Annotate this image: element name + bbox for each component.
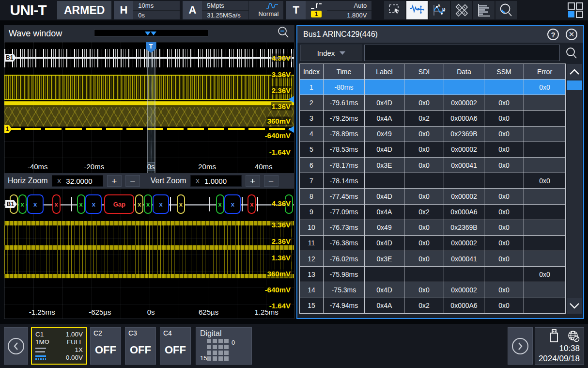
measure-rulers-icon[interactable] [451, 1, 472, 19]
table-row[interactable]: 14-75.3ms0x4D0x00x000020x0 [299, 282, 566, 298]
table-cell: -79.25ms [324, 110, 365, 126]
horizontal-settings[interactable]: H 10ms 0s [114, 1, 180, 19]
time-tick-label: -1.25ms [29, 308, 55, 316]
table-cell: 5 [299, 142, 324, 158]
decode-bubble: x [135, 194, 143, 214]
table-cell: 11 [299, 235, 324, 251]
table-cell: 0x4D [365, 235, 404, 251]
horiz-zoom-label: Horiz Zoom [8, 176, 48, 185]
window-grid-icon[interactable] [566, 1, 585, 19]
bus-panel-titlebar: Bus1 ARINC429(446) ? ✕ [297, 26, 583, 43]
scrollbar-track[interactable] [567, 91, 582, 298]
wave-position-bar[interactable] [94, 29, 208, 37]
acquire-settings[interactable]: A 5Mpts 31.25MSa/s Normal [183, 1, 283, 19]
table-cell: 0x2369B [444, 126, 484, 142]
channel3-box[interactable]: C3 OFF [125, 327, 156, 365]
filter-selected-value: Index [317, 49, 335, 57]
table-row[interactable]: 10-76.73ms0x490x00x2369B0x0 [299, 220, 566, 236]
rising-edge-icon [311, 3, 322, 10]
table-cell: 0x0 [404, 188, 444, 204]
table-row[interactable]: 15-74.94ms0x4A0x20x000A60x0 [299, 298, 566, 314]
vert-zoom-in-button[interactable]: + [246, 175, 260, 187]
horizontal-offset-value: 0s [133, 10, 180, 19]
table-cell: 0x0 [484, 298, 524, 314]
select-region-icon[interactable] [384, 1, 405, 19]
table-cell: -78.89ms [324, 126, 365, 142]
table-cell: 0x0 [524, 173, 566, 189]
scroll-up-button[interactable] [567, 64, 582, 80]
table-row[interactable]: 7-78.14ms0x0 [299, 173, 566, 189]
table-cell [444, 173, 484, 189]
table-cell: 0x0 [404, 157, 444, 173]
decode-bubble: x [77, 194, 85, 214]
horiz-zoom-in-button[interactable]: + [107, 175, 122, 187]
vert-zoom-out-button[interactable]: − [264, 175, 279, 187]
help-icon[interactable]: ? [547, 29, 559, 40]
table-row[interactable]: 4-78.89ms0x490x00x2369B0x0 [299, 127, 566, 142]
trigger-settings[interactable]: T 1 Auto 1.800V [286, 1, 371, 19]
scroll-down-button[interactable] [567, 298, 582, 314]
channel1-scale: 1.00V [66, 331, 83, 338]
scrollbar-thumb[interactable] [567, 80, 582, 90]
zoom-waveform-plot[interactable]: B1xxxxxxGapxxxxxxxx 4.36V3.36V2.36V1.36V… [4, 188, 294, 319]
table-row[interactable]: 5-78.53ms0x4D0x00x000020x0 [299, 142, 566, 158]
table-row[interactable]: 8-77.45ms0x4D0x00x000020x0 [299, 189, 566, 204]
voltage-tick-label: -640mV [264, 286, 292, 294]
channels-next-button[interactable] [508, 327, 533, 365]
channel1-impedance: 1MΩ [35, 338, 49, 346]
table-cell: 0x0 [404, 282, 444, 298]
time-tick-label: 20ms [198, 162, 216, 171]
channels-prev-button[interactable] [4, 327, 28, 365]
zoom-region-indicator[interactable] [147, 42, 155, 173]
table-cell: 0x0 [404, 220, 444, 236]
decode-bubble: x [27, 194, 44, 214]
table-row[interactable]: 3-79.25ms0x4A0x20x000A60x0 [299, 111, 566, 126]
system-status-box[interactable]: 10:38 2024/09/18 [535, 327, 584, 365]
table-cell: -78.17ms [324, 157, 365, 173]
table-cell: 0x4D [365, 282, 404, 298]
voltage-tick-label: 360mV [266, 117, 292, 125]
digital-channel-cell [207, 339, 211, 343]
ab-curve-icon[interactable]: A B [429, 1, 450, 19]
zoom-digital-trace [4, 221, 294, 278]
horiz-zoom-value: 32.0000 [66, 177, 92, 185]
horiz-zoom-value-box[interactable]: X 32.0000 [52, 175, 103, 187]
table-cell [365, 266, 404, 282]
channel4-box[interactable]: C4 OFF [160, 327, 191, 365]
table-cell: 0x0 [484, 142, 524, 158]
table-row[interactable]: 13-75.98ms0x0 [299, 267, 566, 282]
column-header: Data [444, 64, 484, 80]
table-cell: 14 [299, 282, 324, 298]
table-cell: -76.02ms [324, 251, 365, 267]
digital-channels-box[interactable]: Digital 0 15 [196, 327, 252, 365]
horiz-zoom-out-button[interactable]: − [125, 175, 140, 187]
digital-channel-cell [207, 345, 211, 349]
table-row[interactable]: 11-76.38ms0x4D0x00x000020x0 [299, 236, 566, 251]
channel1-box[interactable]: C1 1.00V 1MΩ FULL 1X 0.00V [31, 327, 87, 365]
main-waveform-plot[interactable]: T B1 1 4.36V3.36V2.36V1.36V360mV-640mV-1… [4, 42, 294, 174]
decode-bubble: x [224, 194, 241, 214]
digital-channel-cell [213, 356, 217, 361]
table-row[interactable]: 1-80ms0x0 [299, 80, 566, 95]
digital-channel-cell [218, 351, 223, 355]
table-row[interactable]: 9-77.09ms0x4A0x20x000A60x0 [299, 205, 566, 220]
search-input[interactable] [364, 45, 560, 61]
filter-dropdown[interactable]: Index [300, 45, 362, 61]
table-row[interactable]: 6-78.17ms0x3E0x00x000410x0 [299, 158, 566, 173]
voltage-tick-label: 3.36V [271, 70, 292, 79]
zoom-out-icon[interactable] [277, 26, 290, 41]
close-icon[interactable]: ✕ [566, 29, 577, 40]
zoom-search-icon[interactable] [495, 1, 517, 19]
digital-label: Digital [200, 329, 221, 337]
table-cell [524, 282, 566, 298]
table-cell: 0x000A6 [444, 204, 484, 220]
vert-zoom-value-box[interactable]: X 1.0000 [190, 175, 242, 187]
channel2-box[interactable]: C2 OFF [90, 327, 121, 365]
search-icon[interactable] [562, 45, 580, 61]
table-row[interactable]: 2-79.61ms0x4D0x00x000020x0 [299, 95, 566, 111]
histogram-icon[interactable] [473, 1, 495, 19]
table-row[interactable]: 12-76.02ms0x3E0x00x000410x0 [299, 251, 566, 267]
table-cell: -80ms [324, 79, 365, 95]
digital-channel-cell [213, 351, 217, 355]
waveform-pan-icon[interactable] [406, 1, 428, 19]
